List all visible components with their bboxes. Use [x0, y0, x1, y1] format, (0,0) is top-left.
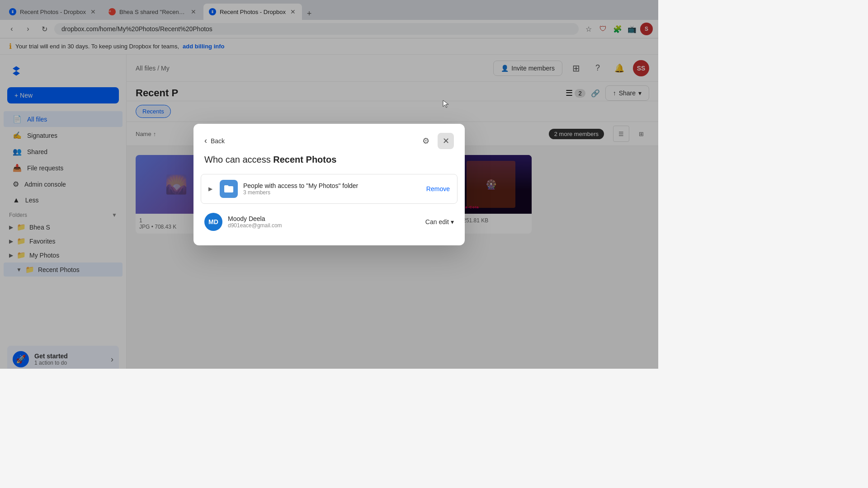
- folder-access-info: People with access to "My Photos" folder…: [243, 182, 421, 196]
- person-email: d901eace@gmail.com: [228, 222, 420, 229]
- person-avatar: MD: [204, 213, 222, 231]
- modal-body: ▶ People with access to "My Photos" fold…: [193, 174, 465, 245]
- modal-back-button[interactable]: ‹ Back: [204, 136, 225, 145]
- back-arrow-icon: ‹: [204, 136, 207, 145]
- svg-point-3: [230, 188, 232, 191]
- permission-select-button[interactable]: Can edit ▾: [425, 218, 454, 225]
- share-modal: ‹ Back ⚙ ✕ Who can access Recent Photos …: [193, 124, 465, 245]
- modal-title: Who can access Recent Photos: [193, 155, 465, 174]
- person-access-item: MD Moody Deela d901eace@gmail.com Can ed…: [201, 207, 458, 236]
- person-info: Moody Deela d901eace@gmail.com: [228, 215, 420, 229]
- modal-close-button[interactable]: ✕: [438, 133, 454, 149]
- folder-access-icon: [220, 180, 238, 198]
- svg-point-2: [226, 188, 228, 191]
- folder-expand-icon[interactable]: ▶: [208, 186, 212, 192]
- folder-access-sub: 3 members: [243, 189, 421, 196]
- person-name: Moody Deela: [228, 215, 420, 222]
- modal-header-actions: ⚙ ✕: [418, 133, 454, 149]
- modal-overlay[interactable]: ‹ Back ⚙ ✕ Who can access Recent Photos …: [0, 0, 658, 369]
- folder-access-item: ▶ People with access to "My Photos" fold…: [201, 174, 458, 204]
- modal-settings-button[interactable]: ⚙: [418, 133, 434, 149]
- settings-icon: ⚙: [422, 136, 429, 146]
- permission-dropdown-icon: ▾: [451, 218, 454, 225]
- remove-access-button[interactable]: Remove: [426, 185, 450, 192]
- folder-access-name: People with access to "My Photos" folder: [243, 182, 421, 189]
- close-icon: ✕: [443, 136, 449, 146]
- modal-header: ‹ Back ⚙ ✕: [193, 124, 465, 155]
